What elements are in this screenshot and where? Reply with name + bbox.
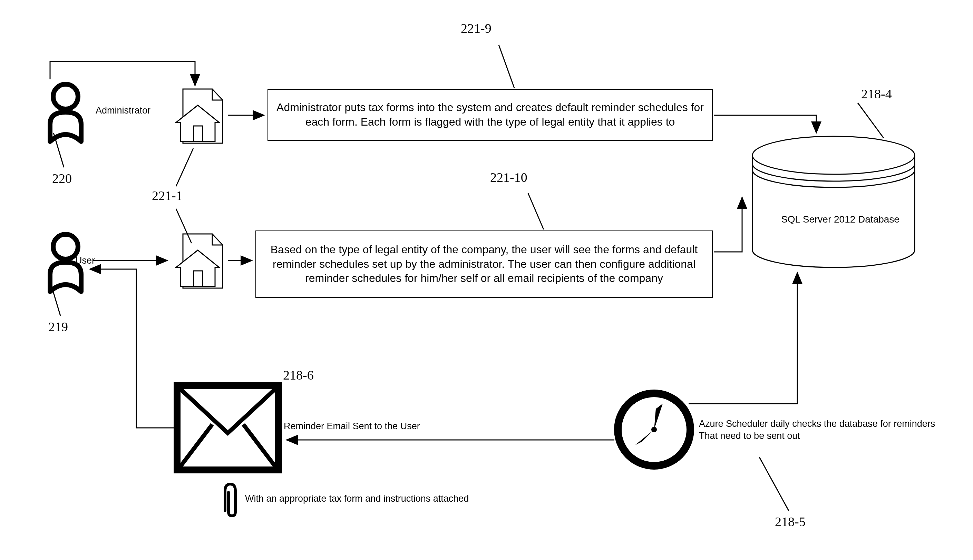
- arrows: [0, 0, 973, 560]
- patent-flow-diagram: 221-9 218-4 221-10 220 221-1 219 218-6 2…: [0, 0, 973, 560]
